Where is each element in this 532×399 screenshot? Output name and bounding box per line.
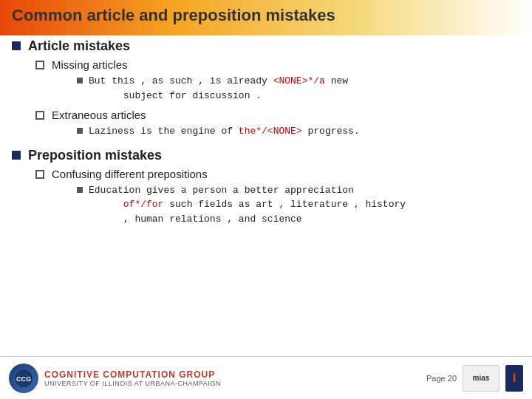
preposition-mistakes-section: Preposition mistakes Confusing different…	[12, 148, 520, 227]
missing-articles-code-text: But this , as such , is already <NONE>*/…	[89, 74, 348, 103]
illinois-letter: I	[513, 372, 516, 385]
confusing-open-square-icon	[35, 170, 44, 179]
missing-articles-code: But this , as such , is already <NONE>*/…	[77, 74, 520, 103]
logo-text-block: COGNITIVE COMPUTATION GROUP UNIVERSITY O…	[44, 369, 221, 387]
ccg-logo-svg: CCG	[13, 368, 34, 389]
confusing-prepositions-sub: Confusing different prepositions Educati…	[35, 168, 520, 227]
footer: CCG COGNITIVE COMPUTATION GROUP UNIVERSI…	[0, 356, 532, 399]
extraneous-open-square-icon	[35, 111, 44, 120]
confusing-prepositions-label: Confusing different prepositions	[52, 168, 208, 180]
extraneous-articles-code-text: Laziness is the engine of the*/<NONE> pr…	[89, 124, 360, 139]
preposition-bullet-icon	[12, 151, 21, 160]
logo-circle-icon: CCG	[9, 364, 38, 393]
mias-label: mias	[473, 374, 490, 382]
preposition-mistakes-item: Preposition mistakes	[12, 148, 520, 163]
preposition-mistakes-label: Preposition mistakes	[28, 148, 162, 163]
article-mistakes-label: Article mistakes	[28, 38, 130, 54]
code-bullet-icon-1	[77, 78, 83, 83]
extraneous-articles-code: Laziness is the engine of the*/<NONE> pr…	[77, 124, 520, 139]
footer-right: Page 20 mias I	[426, 365, 523, 392]
article-mistakes-section: Article mistakes Missing articles But th…	[12, 38, 520, 139]
confusing-prepositions-code-text: Education gives a person a better apprec…	[89, 183, 406, 227]
logo-main-text: COGNITIVE COMPUTATION GROUP	[44, 369, 221, 380]
code-bullet-icon-3	[77, 187, 83, 193]
mias-logo: mias	[463, 365, 499, 392]
slide-title: Common article and preposition mistakes	[12, 6, 335, 25]
missing-articles-label: Missing articles	[52, 58, 128, 71]
main-content: Article mistakes Missing articles But th…	[12, 38, 520, 355]
missing-articles-sub: Missing articles But this , as such , is…	[35, 58, 520, 103]
missing-open-square-icon	[35, 61, 44, 69]
code-bullet-icon-2	[77, 128, 83, 134]
svg-text:CCG: CCG	[16, 375, 31, 383]
missing-articles-item: Missing articles	[35, 58, 520, 71]
extraneous-articles-sub: Extraneous articles Laziness is the engi…	[35, 109, 520, 139]
extraneous-highlight-1: the*/<NONE>	[239, 126, 302, 137]
logo-sub-text: UNIVERSITY OF ILLINOIS AT URBANA-CHAMPAI…	[44, 380, 221, 387]
missing-highlight-1: <NONE>*/a	[273, 75, 325, 86]
extraneous-articles-item: Extraneous articles	[35, 109, 520, 121]
confusing-prepositions-code: Education gives a person a better apprec…	[77, 183, 520, 227]
illinois-logo: I	[505, 365, 523, 392]
article-mistakes-item: Article mistakes	[12, 38, 520, 54]
footer-logo-left: CCG COGNITIVE COMPUTATION GROUP UNIVERSI…	[9, 364, 221, 393]
confusing-prepositions-item: Confusing different prepositions	[35, 168, 520, 180]
preposition-highlight-1: of*/for	[123, 199, 164, 210]
extraneous-articles-label: Extraneous articles	[52, 109, 146, 121]
article-bullet-icon	[12, 41, 21, 50]
page-number: Page 20	[426, 374, 457, 383]
